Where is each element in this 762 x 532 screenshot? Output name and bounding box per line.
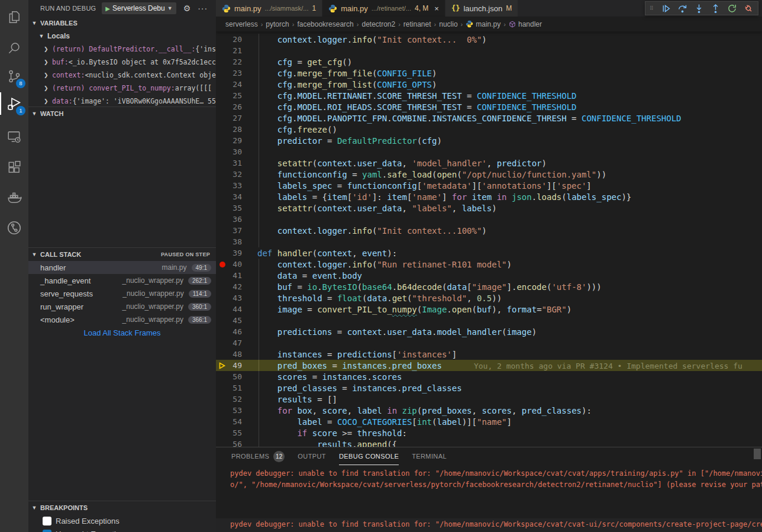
- code-line[interactable]: 46 predictions = context.user_data.model…: [216, 326, 762, 337]
- run-debug-icon[interactable]: 1: [0, 90, 28, 117]
- code-line[interactable]: 50 scores = instances.scores: [216, 371, 762, 382]
- tab-launch-json[interactable]: {} launch.json M: [445, 0, 518, 17]
- stack-frame-row[interactable]: run_wrapper_nuclio_wrapper.py360:1: [28, 300, 216, 313]
- code-line[interactable]: 54 label = COCO_CATEGORIES[int(label)]["…: [216, 416, 762, 427]
- variable-row[interactable]: ❯(return) convert_PIL_to_numpy: array([[…: [28, 82, 216, 95]
- code-line[interactable]: 31 setattr(context.user_data, 'model_han…: [216, 157, 762, 169]
- breadcrumb-item[interactable]: pytorch: [266, 20, 289, 28]
- code-line[interactable]: 25 cfg.MODEL.RETINANET.SCORE_THRESH_TEST…: [216, 90, 762, 101]
- code-line[interactable]: 45: [216, 315, 762, 326]
- scope-locals[interactable]: ▼ Locals: [28, 30, 216, 43]
- restart-button[interactable]: [725, 2, 739, 15]
- variables-header[interactable]: ▼ VARIABLES: [28, 17, 216, 30]
- code-line[interactable]: 44 image = convert_PIL_to_numpy(Image.op…: [216, 304, 762, 315]
- code-line[interactable]: 26 cfg.MODEL.ROI_HEADS.SCORE_THRESH_TEST…: [216, 101, 762, 112]
- stack-frame-row[interactable]: _handle_event_nuclio_wrapper.py262:1: [28, 274, 216, 287]
- variables-section: ▼ VARIABLES ▼ Locals ❯(return) DefaultPr…: [28, 17, 216, 107]
- code-line[interactable]: 34 labels = {item['id']: item['name'] fo…: [216, 191, 762, 202]
- breadcrumb-item[interactable]: handler: [509, 20, 542, 28]
- tab-main-py-siammask[interactable]: main.py .../siammask/... 1: [216, 0, 322, 17]
- debug-config-dropdown[interactable]: ▶ Serverless Debu ▼: [102, 2, 176, 14]
- code-line[interactable]: 53 for box, score, label in zip(pred_box…: [216, 405, 762, 416]
- gear-icon[interactable]: ⚙: [183, 4, 191, 13]
- source-control-icon[interactable]: 8: [0, 63, 28, 90]
- console-entry[interactable]: pydev debugger: unable to find translati…: [216, 518, 762, 532]
- stack-frame-row[interactable]: handlermain.py49:1: [28, 261, 216, 274]
- tab-problems[interactable]: PROBLEMS 12: [231, 447, 285, 465]
- breakpoint-row[interactable]: ✓Uncaught Exceptions: [28, 527, 216, 532]
- code-line[interactable]: 49 pred_boxes = instances.pred_boxesYou,…: [216, 360, 762, 371]
- code-line[interactable]: 20 context.logger.info("Init context... …: [216, 34, 762, 45]
- call-stack-header[interactable]: ▼ CALL STACK PAUSED ON STEP: [28, 248, 216, 261]
- breakpoint-icon[interactable]: [219, 262, 225, 267]
- code-line[interactable]: 52 results = []: [216, 394, 762, 405]
- stack-frame-row[interactable]: <module>_nuclio_wrapper.py366:1: [28, 313, 216, 326]
- stack-frame-row[interactable]: serve_requests_nuclio_wrapper.py114:1: [28, 287, 216, 300]
- gutter-glyph[interactable]: [216, 262, 229, 267]
- code-line[interactable]: 33 labels_spec = functionconfig['metadat…: [216, 180, 762, 191]
- remote-explorer-icon[interactable]: [0, 123, 28, 150]
- code-line[interactable]: 23 cfg.merge_from_file(CONFIG_FILE): [216, 67, 762, 79]
- tab-main-py-retinanet[interactable]: main.py .../retinanet/... 4, M ×: [322, 0, 445, 17]
- variable-row[interactable]: ❯buf: <_io.BytesIO object at 0x7f5a2dc1e…: [28, 56, 216, 69]
- variable-row[interactable]: ❯context: <nuclio_sdk.context.Context ob…: [28, 69, 216, 82]
- code-line[interactable]: 56 results.append({: [216, 439, 762, 447]
- step-out-button[interactable]: [708, 2, 722, 15]
- breakpoint-row[interactable]: Raised Exceptions: [28, 514, 216, 527]
- code-line[interactable]: 39def handler(context, event):: [216, 247, 762, 259]
- step-over-button[interactable]: [675, 2, 689, 15]
- code-line[interactable]: 38: [216, 236, 762, 247]
- checkbox[interactable]: [43, 517, 51, 525]
- scrollbar-thumb[interactable]: [754, 449, 761, 459]
- breadcrumb-item[interactable]: main.py: [466, 20, 501, 28]
- code-line[interactable]: 28 cfg.freeze(): [216, 124, 762, 135]
- breadcrumb-item[interactable]: nuclio: [439, 20, 457, 28]
- docker-icon[interactable]: [0, 183, 28, 211]
- frame-name: <module>: [40, 315, 75, 324]
- code-line[interactable]: 42 buf = io.BytesIO(base64.b64decode(dat…: [216, 281, 762, 292]
- close-icon[interactable]: ×: [434, 4, 439, 13]
- console-entry[interactable]: pydev debugger: unable to find translati…: [216, 467, 762, 494]
- tab-output[interactable]: OUTPUT: [298, 447, 326, 465]
- tab-terminal[interactable]: TERMINAL: [412, 447, 447, 465]
- disconnect-button[interactable]: [741, 2, 755, 15]
- step-into-button[interactable]: [692, 2, 706, 15]
- code-line[interactable]: 32 functionconfig = yaml.safe_load(open(…: [216, 169, 762, 180]
- breadcrumb-item[interactable]: serverless: [225, 20, 258, 28]
- variable-row[interactable]: ❯data: {'image': 'iVBORw0KGgoAAAANSUhE… …: [28, 95, 216, 107]
- load-all-stack-frames-link[interactable]: Load All Stack Frames: [28, 326, 216, 339]
- code-line[interactable]: 30: [216, 146, 762, 157]
- code-line[interactable]: 24 cfg.merge_from_list(CONFIG_OPTS): [216, 79, 762, 90]
- breakpoints-header[interactable]: ▼ BREAKPOINTS: [28, 501, 216, 514]
- code-line[interactable]: 41 data = event.body: [216, 270, 762, 281]
- breadcrumb-item[interactable]: detectron2: [361, 20, 395, 28]
- variable-row[interactable]: ❯(return) DefaultPredictor.__call__: {'i…: [28, 43, 216, 56]
- explorer-icon[interactable]: [0, 4, 28, 31]
- tab-debug-console[interactable]: DEBUG CONSOLE: [339, 447, 399, 465]
- code-line[interactable]: 51 pred_classes = instances.pred_classes: [216, 382, 762, 394]
- code-line[interactable]: 47: [216, 337, 762, 349]
- code-line[interactable]: 35 setattr(context.user_data, "labels", …: [216, 202, 762, 214]
- gutter-glyph[interactable]: [216, 362, 229, 369]
- gitlens-icon[interactable]: [0, 214, 28, 241]
- code-line[interactable]: 55 if score >= threshold:: [216, 427, 762, 439]
- code-line[interactable]: 40 context.logger.info("Run retinanet-R1…: [216, 259, 762, 270]
- code-line[interactable]: 43 threshold = float(data.get("threshold…: [216, 292, 762, 304]
- code-line[interactable]: 37 context.logger.info("Init context...1…: [216, 225, 762, 236]
- start-debug-icon[interactable]: ▶: [105, 5, 110, 12]
- code-line[interactable]: 48 instances = predictions['instances']: [216, 349, 762, 360]
- drag-handle-icon[interactable]: ⠿: [648, 7, 656, 10]
- breadcrumb-item[interactable]: retinanet: [403, 20, 431, 28]
- code-line[interactable]: 21: [216, 45, 762, 56]
- extensions-icon[interactable]: [0, 154, 28, 181]
- code-line[interactable]: 27 cfg.MODEL.PANOPTIC_FPN.COMBINE.INSTAN…: [216, 112, 762, 124]
- continue-button[interactable]: [658, 2, 673, 15]
- code-line[interactable]: 36: [216, 214, 762, 225]
- search-icon[interactable]: [0, 34, 28, 62]
- watch-header[interactable]: ▼ WATCH: [28, 107, 216, 120]
- checkbox[interactable]: ✓: [43, 530, 51, 532]
- breadcrumb-item[interactable]: facebookresearch: [297, 20, 353, 28]
- code-line[interactable]: 29 predictor = DefaultPredictor(cfg): [216, 135, 762, 146]
- more-actions-icon[interactable]: ···: [198, 4, 208, 13]
- code-line[interactable]: 22 cfg = get_cfg(): [216, 56, 762, 67]
